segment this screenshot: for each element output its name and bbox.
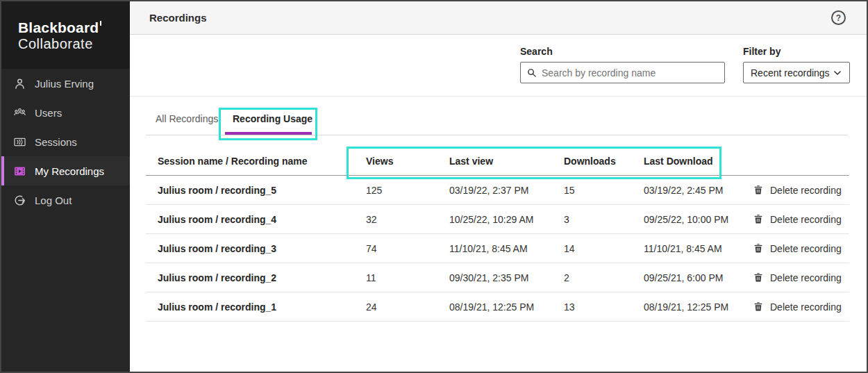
sessions-icon xyxy=(13,135,26,149)
search-label: Search xyxy=(520,46,553,57)
delete-recording-button[interactable]: Delete recording xyxy=(753,213,842,225)
search-box xyxy=(520,62,725,83)
search-input[interactable] xyxy=(542,67,719,78)
delete-recording-button[interactable]: Delete recording xyxy=(753,272,842,283)
search-icon xyxy=(526,67,537,78)
tab-recording-usage[interactable]: Recording Usage xyxy=(233,113,312,124)
filter-selected-value: Recent recordings xyxy=(751,67,830,78)
trash-icon xyxy=(753,301,764,313)
delete-recording-button[interactable]: Delete recording xyxy=(753,242,842,254)
views-value: 24 xyxy=(366,301,449,313)
app-logo: Blackboard Collaborate xyxy=(1,1,130,69)
sidebar-item-julius-erving[interactable]: Julius Erving xyxy=(1,69,130,98)
sidebar: Blackboard Collaborate Julius Erving Use… xyxy=(1,1,130,372)
top-bar: Recordings ? xyxy=(130,1,867,35)
recording-name: Julius room / recording_5 xyxy=(146,185,366,196)
downloads-value: 14 xyxy=(564,243,644,254)
sidebar-item-label: Julius Erving xyxy=(35,78,94,90)
sidebar-item-label: Log Out xyxy=(35,194,72,206)
help-glyph: ? xyxy=(836,13,841,23)
recording-name: Julius room / recording_4 xyxy=(146,214,366,225)
users-icon xyxy=(13,106,26,119)
last-download-value: 11/10/21, 8:45 AM xyxy=(644,243,737,254)
filter-label: Filter by xyxy=(743,46,781,57)
column-header-session-name: Session name / Recording name xyxy=(146,156,366,167)
last-view-value: 10/25/22, 10:29 AM xyxy=(449,214,564,225)
chevron-down-icon xyxy=(833,68,842,78)
tabs-divider xyxy=(146,135,848,135)
trash-icon xyxy=(753,184,764,196)
active-item-accent-bar xyxy=(1,156,4,185)
trash-icon xyxy=(753,213,764,225)
sidebar-item-log-out[interactable]: Log Out xyxy=(1,185,130,215)
sidebar-item-users[interactable]: Users xyxy=(1,98,130,127)
page-title: Recordings xyxy=(149,12,207,24)
last-download-value: 03/19/22, 2:45 PM xyxy=(644,185,737,196)
sidebar-item-label: Users xyxy=(35,107,62,119)
recording-name: Julius room / recording_3 xyxy=(146,243,366,254)
table-header-row: Session name / Recording name Views Last… xyxy=(146,147,849,176)
sidebar-item-label: Sessions xyxy=(35,136,77,148)
recording-name: Julius room / recording_2 xyxy=(146,272,366,283)
main-content: Recordings ? Search Filter by Recent rec… xyxy=(130,1,867,372)
delete-recording-label: Delete recording xyxy=(770,272,842,283)
downloads-value: 15 xyxy=(564,185,644,196)
tab-all-recordings[interactable]: All Recordings xyxy=(156,113,218,124)
trash-icon xyxy=(753,242,764,254)
downloads-value: 2 xyxy=(564,272,644,283)
delete-recording-button[interactable]: Delete recording xyxy=(753,184,842,196)
person-icon xyxy=(13,77,26,90)
column-header-downloads: Downloads xyxy=(564,156,644,167)
views-value: 74 xyxy=(366,243,449,254)
recording-name: Julius room / recording_1 xyxy=(146,301,366,313)
sidebar-item-label: My Recordings xyxy=(35,165,104,177)
last-download-value: 09/25/21, 6:00 PM xyxy=(644,272,737,283)
views-value: 32 xyxy=(366,214,449,225)
sidebar-item-sessions[interactable]: Sessions xyxy=(1,127,130,156)
delete-recording-label: Delete recording xyxy=(770,301,842,313)
app-window: Blackboard Collaborate Julius Erving Use… xyxy=(0,0,868,373)
recording-usage-table: Session name / Recording name Views Last… xyxy=(146,147,849,322)
logo-text-collaborate: Collaborate xyxy=(18,36,130,52)
sidebar-item-my-recordings[interactable]: My Recordings xyxy=(1,156,130,185)
views-value: 125 xyxy=(366,185,449,196)
last-download-value: 08/19/21, 12:25 PM xyxy=(644,301,737,313)
downloads-value: 3 xyxy=(564,214,644,225)
last-view-value: 09/30/21, 2:35 PM xyxy=(449,272,564,283)
last-view-value: 03/19/22, 2:37 PM xyxy=(449,185,564,196)
help-icon[interactable]: ? xyxy=(831,10,846,25)
views-value: 11 xyxy=(366,272,449,283)
downloads-value: 13 xyxy=(564,301,644,313)
delete-recording-label: Delete recording xyxy=(770,243,842,254)
logo-text-blackboard: Blackboard xyxy=(18,19,130,36)
column-header-views: Views xyxy=(366,156,449,167)
table-row: Julius room / recording_1 24 08/19/21, 1… xyxy=(146,292,849,322)
table-row: Julius room / recording_5 125 03/19/22, … xyxy=(146,176,849,205)
delete-recording-label: Delete recording xyxy=(770,214,842,225)
filter-dropdown[interactable]: Recent recordings xyxy=(743,62,850,83)
trash-icon xyxy=(753,272,764,283)
logout-icon xyxy=(13,194,26,207)
sidebar-nav: Julius Erving Users Sessions My Record xyxy=(1,69,130,215)
table-row: Julius room / recording_4 32 10/25/22, 1… xyxy=(146,205,849,234)
last-download-value: 09/25/22, 10:00 PM xyxy=(644,214,737,225)
logo-trademark-tick xyxy=(100,21,101,26)
delete-recording-label: Delete recording xyxy=(770,185,842,196)
column-header-last-view: Last view xyxy=(449,156,564,167)
last-view-value: 11/10/21, 8:45 AM xyxy=(449,243,564,254)
last-view-value: 08/19/21, 12:25 PM xyxy=(449,301,564,313)
table-row: Julius room / recording_3 74 11/10/21, 8… xyxy=(146,234,849,263)
column-header-last-download: Last Download xyxy=(644,156,737,167)
recordings-icon xyxy=(13,165,26,178)
table-row: Julius room / recording_2 11 09/30/21, 2… xyxy=(146,263,849,292)
section-divider xyxy=(130,96,867,97)
delete-recording-button[interactable]: Delete recording xyxy=(753,301,842,313)
